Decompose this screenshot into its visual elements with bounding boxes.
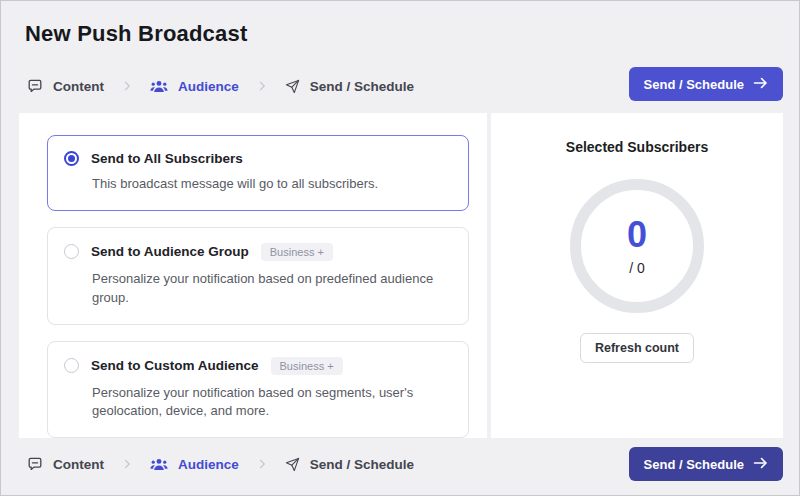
option-description: This broadcast message will go to all su… [92, 175, 450, 194]
option-description: Personalize your notification based on s… [92, 384, 450, 422]
users-icon [150, 79, 168, 94]
business-plan-badge: Business + [271, 357, 343, 375]
radio-unselected-icon[interactable] [64, 244, 79, 259]
comment-icon [27, 78, 43, 94]
send-schedule-button-bottom[interactable]: Send / Schedule [629, 447, 783, 481]
page-title: New Push Broadcast [25, 21, 247, 47]
option-title: Send to Custom Audience [91, 358, 259, 373]
option-send-to-custom-audience[interactable]: Send to Custom Audience Business + Perso… [47, 341, 469, 439]
paper-plane-icon [285, 457, 300, 472]
paper-plane-icon [285, 79, 300, 94]
step-audience[interactable]: Audience [150, 457, 239, 472]
selected-subscribers-title: Selected Subscribers [491, 139, 783, 155]
option-send-to-all-subscribers[interactable]: Send to All Subscribers This broadcast m… [47, 135, 469, 211]
arrow-right-icon [753, 457, 768, 472]
selected-subscribers-section: Selected Subscribers 0 / 0 Refresh count [491, 113, 783, 438]
subscriber-count-ring: 0 / 0 [570, 179, 704, 313]
audience-options-section: Send to All Subscribers This broadcast m… [19, 113, 487, 438]
step-audience-label: Audience [178, 457, 239, 472]
comment-icon [27, 456, 43, 472]
send-schedule-button-label: Send / Schedule [644, 457, 744, 472]
send-schedule-button-label: Send / Schedule [644, 77, 744, 92]
stepper-bottom: Content Audience Send / Schedule [27, 456, 414, 472]
step-send-schedule[interactable]: Send / Schedule [285, 79, 414, 94]
step-content[interactable]: Content [27, 78, 104, 94]
stepper-top: Content Audience Send / Schedule [27, 78, 414, 94]
radio-selected-icon[interactable] [64, 151, 79, 166]
send-schedule-button-top[interactable]: Send / Schedule [629, 67, 783, 101]
option-title: Send to Audience Group [91, 244, 249, 259]
step-audience[interactable]: Audience [150, 79, 239, 94]
chevron-right-icon [255, 79, 269, 93]
arrow-right-icon [753, 77, 768, 92]
users-icon [150, 457, 168, 472]
option-description: Personalize your notification based on p… [92, 270, 450, 308]
step-send-schedule-label: Send / Schedule [310, 79, 414, 94]
radio-unselected-icon[interactable] [64, 358, 79, 373]
chevron-right-icon [120, 79, 134, 93]
step-send-schedule-label: Send / Schedule [310, 457, 414, 472]
subscriber-count: 0 [627, 217, 647, 253]
step-content-label: Content [53, 79, 104, 94]
step-content-label: Content [53, 457, 104, 472]
refresh-count-button[interactable]: Refresh count [580, 333, 694, 363]
step-content[interactable]: Content [27, 456, 104, 472]
business-plan-badge: Business + [261, 243, 333, 261]
step-audience-label: Audience [178, 79, 239, 94]
subscriber-total: / 0 [629, 260, 645, 276]
step-send-schedule[interactable]: Send / Schedule [285, 457, 414, 472]
chevron-right-icon [120, 457, 134, 471]
audience-step-panel: Send to All Subscribers This broadcast m… [19, 113, 783, 438]
option-title: Send to All Subscribers [91, 151, 243, 166]
option-send-to-audience-group[interactable]: Send to Audience Group Business + Person… [47, 227, 469, 325]
new-push-broadcast-page: New Push Broadcast Content Audience Send… [0, 0, 800, 496]
chevron-right-icon [255, 457, 269, 471]
